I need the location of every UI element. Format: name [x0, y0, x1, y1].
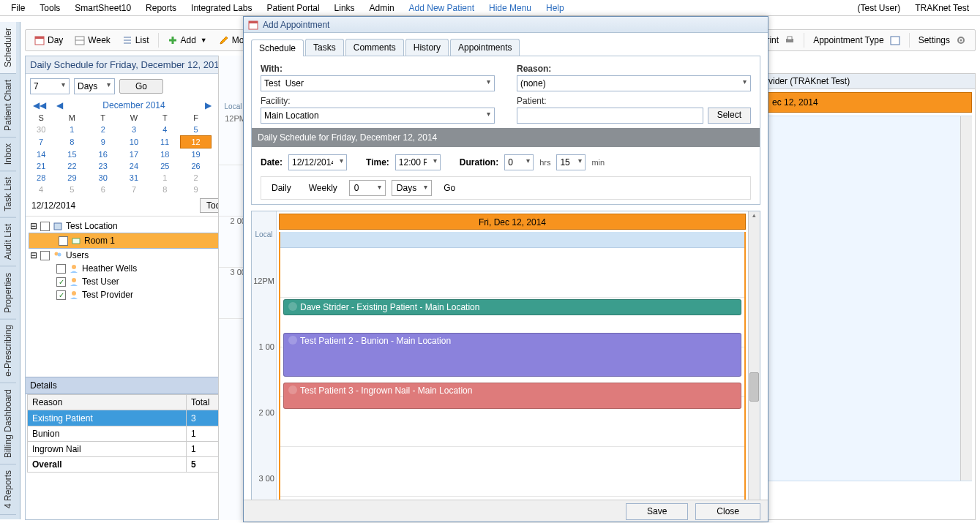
daily-button[interactable]: Daily	[266, 181, 297, 195]
view-bar: Daily Weekly 0 Days Go	[261, 176, 751, 200]
tree-location[interactable]: ⊟ Test Location	[29, 219, 239, 233]
menu-hide[interactable]: Hide Menu	[482, 1, 539, 15]
menu-portal[interactable]: Patient Portal	[260, 1, 327, 15]
tree-room[interactable]: Room 1	[29, 233, 239, 249]
view-count-select[interactable]: 0	[349, 180, 386, 196]
appointment-block[interactable]: Test Patient 3 - Ingrown Nail - Main Loc…	[283, 383, 741, 409]
vtab-reports[interactable]: 4 Reports	[0, 464, 16, 515]
duration-hours-select[interactable]	[504, 154, 534, 170]
left-panel: Daily Schedule for Friday, December 12, …	[25, 56, 243, 520]
reason-select[interactable]	[517, 75, 751, 91]
vtab-audit-list[interactable]: Audit List	[0, 218, 16, 266]
tree-user-1[interactable]: Heather Wells	[29, 262, 239, 275]
menu-add-patient[interactable]: Add New Patient	[402, 1, 482, 15]
menu-links[interactable]: Links	[327, 1, 362, 15]
schedule-title: Daily Schedule for Friday, December 12, …	[26, 56, 242, 74]
menu-reports[interactable]: Reports	[138, 1, 184, 15]
menu-file[interactable]: File	[4, 1, 32, 15]
dialog-footer: Save Close	[244, 500, 768, 522]
date-picker[interactable]	[288, 154, 347, 170]
with-select[interactable]	[261, 75, 495, 91]
menu-help[interactable]: Help	[539, 1, 572, 15]
tree-user-2[interactable]: ✓ Test User	[29, 275, 239, 288]
view-go-button[interactable]: Go	[438, 181, 461, 195]
person-icon	[69, 263, 79, 274]
vtab-properties[interactable]: Properties	[0, 267, 16, 320]
reason-label: Reason:	[517, 64, 751, 74]
save-button[interactable]: Save	[626, 503, 688, 520]
list-button[interactable]: List	[118, 34, 154, 47]
checkbox[interactable]	[40, 251, 50, 260]
vtab-task-list[interactable]: Task List	[0, 171, 16, 218]
patient-input[interactable]	[517, 108, 703, 124]
close-button[interactable]: Close	[695, 503, 760, 520]
mini-calendar[interactable]: SMTWTFS 30123456 78910111213 14151617181…	[26, 112, 242, 195]
menu-tools[interactable]: Tools	[32, 1, 67, 15]
prev-year-button[interactable]: ◀◀	[30, 100, 49, 110]
table-row[interactable]: Bunion1	[28, 426, 231, 442]
list-icon	[122, 35, 132, 45]
tree-users[interactable]: ⊟ Users	[29, 249, 239, 262]
appointment-icon	[288, 385, 297, 394]
appointment-type-button[interactable]: Appointment Type	[809, 34, 905, 47]
building-icon	[53, 221, 63, 231]
vtab-patient-chart[interactable]: Patient Chart	[0, 74, 16, 138]
calendar-week-icon	[75, 35, 85, 45]
schedule-grid: Local 12PM 1 00 2 00 3 00 Fri, Dec 12, 2…	[251, 211, 760, 516]
svg-point-13	[960, 39, 962, 42]
time-label: Time:	[366, 157, 389, 168]
go-button[interactable]: Go	[119, 79, 163, 94]
scrollbar[interactable]: ▴ ▾	[748, 211, 760, 515]
dialog-title: Add Appointment	[263, 20, 329, 30]
checkbox[interactable]: ✓	[56, 290, 66, 300]
next-month-button[interactable]: ▶	[202, 100, 214, 110]
tab-tasks[interactable]: Tasks	[305, 39, 344, 56]
settings-button[interactable]: Settings	[914, 34, 970, 47]
week-button[interactable]: Week	[70, 34, 114, 47]
calendar-icon	[248, 20, 258, 30]
table-row[interactable]: Ingrown Nail1	[28, 442, 231, 457]
vtab-eprescribing[interactable]: e-Prescribing	[0, 319, 16, 383]
tab-comments[interactable]: Comments	[345, 39, 404, 56]
printer-icon	[785, 35, 795, 45]
with-label: With:	[261, 64, 495, 74]
scrollbar[interactable]	[960, 116, 972, 481]
tab-schedule[interactable]: Schedule	[251, 39, 304, 56]
day-button[interactable]: Day	[30, 34, 67, 47]
checkbox[interactable]	[56, 264, 66, 274]
checkbox[interactable]: ✓	[56, 277, 66, 287]
col-reason[interactable]: Reason	[28, 395, 187, 410]
duration-label: Duration:	[460, 157, 498, 168]
facility-select[interactable]	[261, 108, 495, 124]
tree-user-3[interactable]: ✓ Test Provider	[29, 288, 239, 301]
tab-history[interactable]: History	[405, 39, 449, 56]
facility-label: Facility:	[261, 96, 495, 106]
app-name: TRAKnet Test	[908, 1, 976, 15]
range-count-select[interactable]	[30, 78, 70, 94]
svg-point-17	[58, 253, 61, 257]
vtab-scheduler[interactable]: Scheduler	[0, 22, 16, 74]
table-row[interactable]: Overall5	[28, 457, 231, 473]
patient-select-button[interactable]: Select	[708, 108, 751, 124]
prev-month-button[interactable]: ◀	[53, 100, 66, 110]
time-select[interactable]	[395, 154, 441, 170]
menu-labs[interactable]: Integrated Labs	[184, 1, 259, 15]
schedule-rows[interactable]: Dave Strider - Existing Patient - Main L…	[279, 232, 746, 515]
checkbox[interactable]	[40, 222, 50, 231]
checkbox[interactable]	[59, 236, 68, 246]
weekly-button[interactable]: Weekly	[303, 181, 343, 195]
appointment-block[interactable]: Test Patient 2 - Bunion - Main Location	[283, 333, 741, 377]
menu-smartsheet[interactable]: SmartSheet10	[67, 1, 138, 15]
appointment-block[interactable]: Dave Strider - Existing Patient - Main L…	[283, 299, 741, 315]
dialog-titlebar[interactable]: Add Appointment	[244, 17, 768, 33]
add-appointment-dialog: Add Appointment Schedule Tasks Comments …	[243, 16, 768, 522]
view-unit-select[interactable]: Days	[392, 180, 432, 196]
table-row[interactable]: Existing Patient3	[28, 410, 231, 426]
add-button[interactable]: Add▼	[163, 34, 212, 47]
duration-mins-select[interactable]	[556, 154, 586, 170]
range-unit-select[interactable]	[74, 78, 115, 94]
tab-appointments[interactable]: Appointments	[450, 39, 520, 56]
menu-admin[interactable]: Admin	[362, 1, 402, 15]
vtab-billing[interactable]: Billing Dashboard	[0, 383, 16, 464]
vtab-inbox[interactable]: Inbox	[0, 138, 16, 171]
